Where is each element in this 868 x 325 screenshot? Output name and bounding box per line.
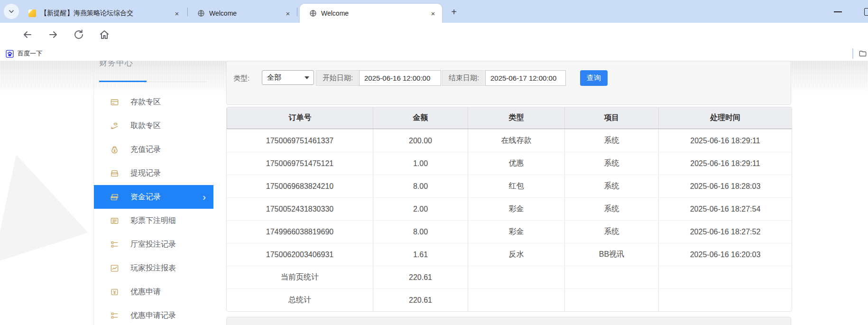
sidebar-header-rule <box>147 82 207 82</box>
folder-icon[interactable] <box>859 49 867 58</box>
table-cell: 系统 <box>564 130 658 152</box>
table-cell: 1.61 <box>373 243 468 266</box>
close-icon[interactable]: × <box>429 9 437 18</box>
sidebar-header-clip: 财务中心 <box>99 61 175 74</box>
home-icon[interactable] <box>99 29 110 40</box>
table-cell: 优惠 <box>468 152 564 175</box>
type-select-value: 全部 <box>267 73 281 82</box>
forward-icon[interactable] <box>47 29 59 40</box>
table-summary-row: 当前页统计220.61 <box>227 266 792 288</box>
chevron-down-icon <box>8 8 15 15</box>
bookmarks-bar: 百度一下 <box>0 46 868 61</box>
pagination-bar <box>226 317 791 325</box>
table-cell: 当前页统计 <box>227 266 373 288</box>
table-row: 17499660388196908.00彩金系统2025-06-16 18:27… <box>227 220 792 243</box>
sidebar-item-3[interactable]: 提现记录› <box>94 161 213 185</box>
tab-forum[interactable]: 【新提醒】海燕策略论坛综合交 × <box>23 4 184 23</box>
header-cell: 项目 <box>564 107 658 129</box>
sidebar-item-7[interactable]: 玩家投注报表› <box>94 256 213 280</box>
sidebar-item-1[interactable]: 取款专区› <box>94 114 213 138</box>
table-cell: 1.00 <box>373 152 468 175</box>
type-select[interactable]: 全部 <box>262 70 314 85</box>
header-cell: 类型 <box>468 107 564 129</box>
sidebar-item-8[interactable]: 优惠申请› <box>94 280 213 304</box>
bookmarks-divider <box>852 48 853 59</box>
list-detail-icon <box>110 216 119 225</box>
reload-icon[interactable] <box>73 29 84 40</box>
globe-favicon <box>197 9 205 17</box>
table-cell: 1749966038819690 <box>227 221 373 243</box>
table-row: 17500696838242108.00红包系统2025-06-16 18:28… <box>227 175 792 197</box>
tab-welcome-1[interactable]: Welcome × <box>191 4 295 23</box>
sidebar-item-6[interactable]: 厅室投注记录› <box>94 232 213 256</box>
sidebar-item-label: 充值记录 <box>130 145 161 155</box>
table-cell: 系统 <box>564 198 658 220</box>
table-cell: 1750052431830330 <box>227 198 373 220</box>
close-icon[interactable]: × <box>284 9 292 18</box>
table-cell <box>468 266 564 288</box>
sidebar-item-5[interactable]: 彩票下注明细› <box>94 209 213 232</box>
records-table: 订单号金额类型项目处理时间1750069751461337200.00在线存款系… <box>226 107 792 312</box>
table-row: 17500620034069311.61反水BB视讯2025-06-16 16:… <box>227 243 792 266</box>
hand-coin-icon <box>110 121 119 130</box>
table-cell: BB视讯 <box>564 243 658 266</box>
table-cell: 200.00 <box>373 130 468 152</box>
table-cell: 1750069751475121 <box>227 152 373 175</box>
start-date-input[interactable] <box>359 70 441 86</box>
search-button[interactable]: 查询 <box>580 70 608 86</box>
sidebar-item-label: 取款专区 <box>130 121 161 131</box>
sidebar-item-0[interactable]: 存款专区› <box>94 90 213 114</box>
sidebar-item-9[interactable]: 优惠申请记录› <box>94 304 213 325</box>
table-cell: 2025-06-16 18:27:54 <box>658 198 792 220</box>
table-cell: 彩金 <box>468 198 564 220</box>
table-cell: 220.61 <box>373 266 468 288</box>
table-summary-row: 总统计220.61 <box>227 288 792 311</box>
browser-toolbar: js13.cc/hhcp/usercenter.html?iniType=6 <box>0 23 868 46</box>
back-icon[interactable] <box>22 29 33 40</box>
table-cell: 反水 <box>468 243 564 266</box>
table-cell: 2.00 <box>373 198 468 220</box>
sidebar-item-2[interactable]: 充值记录› <box>94 138 213 161</box>
sidebar-item-label: 存款专区 <box>130 97 161 107</box>
table-cell: 220.61 <box>373 289 468 311</box>
table-cell: 8.00 <box>373 221 468 243</box>
restore-button[interactable] <box>864 8 868 16</box>
table-cell <box>658 266 792 288</box>
mail-favicon <box>28 9 36 17</box>
sidebar-item-4[interactable]: 资金记录› <box>94 185 213 209</box>
sidebar-item-label: 提现记录 <box>130 168 161 178</box>
tab-title: Welcome <box>321 9 349 17</box>
sidebar: 财务中心 存款专区›取款专区›充值记录›提现记录›资金记录›彩票下注明细›厅室投… <box>93 61 213 325</box>
end-date-input[interactable] <box>485 70 566 86</box>
select-caret-icon <box>305 76 309 79</box>
header-cell: 金额 <box>373 107 468 129</box>
tab-separator <box>187 8 188 16</box>
table-row: 17500697514751211.00优惠系统2025-06-16 18:29… <box>227 152 792 175</box>
rows-icon <box>110 311 119 320</box>
table-cell: 2025-06-16 18:28:03 <box>658 175 792 197</box>
page-content: 财务中心 存款专区›取款专区›充值记录›提现记录›资金记录›彩票下注明细›厅室投… <box>0 61 868 325</box>
table-cell: 总统计 <box>227 289 373 311</box>
tab-strip: 【新提醒】海燕策略论坛综合交 × Welcome × Welcome × + <box>0 0 868 23</box>
new-tab-button[interactable]: + <box>448 6 460 18</box>
filter-bar: 类型: 全部 开始日期: 结束日期: 查询 <box>226 61 791 105</box>
chevron-right-icon: › <box>203 192 206 202</box>
chart-report-icon <box>110 264 119 273</box>
tab-search-button[interactable] <box>4 4 19 19</box>
table-cell <box>564 266 658 288</box>
tab-welcome-2-active[interactable]: Welcome × <box>300 4 442 23</box>
table-cell: 2025-06-16 18:29:11 <box>658 130 792 152</box>
minimize-button[interactable] <box>834 11 842 12</box>
watermark-triangle <box>0 155 88 263</box>
table-header-row: 订单号金额类型项目处理时间 <box>227 107 792 129</box>
table-row: 17500524318303302.00彩金系统2025-06-16 18:27… <box>227 197 792 220</box>
tab-title: 【新提醒】海燕策略论坛综合交 <box>40 9 157 18</box>
table-cell: 在线存款 <box>468 130 564 152</box>
close-icon[interactable]: × <box>173 9 181 18</box>
type-label: 类型: <box>233 74 249 83</box>
sidebar-item-label: 彩票下注明细 <box>130 216 176 226</box>
globe-favicon <box>309 9 317 17</box>
bookmark-baidu[interactable]: 百度一下 <box>6 48 42 59</box>
table-cell <box>564 289 658 311</box>
table-cell: 1750069683824210 <box>227 175 373 197</box>
